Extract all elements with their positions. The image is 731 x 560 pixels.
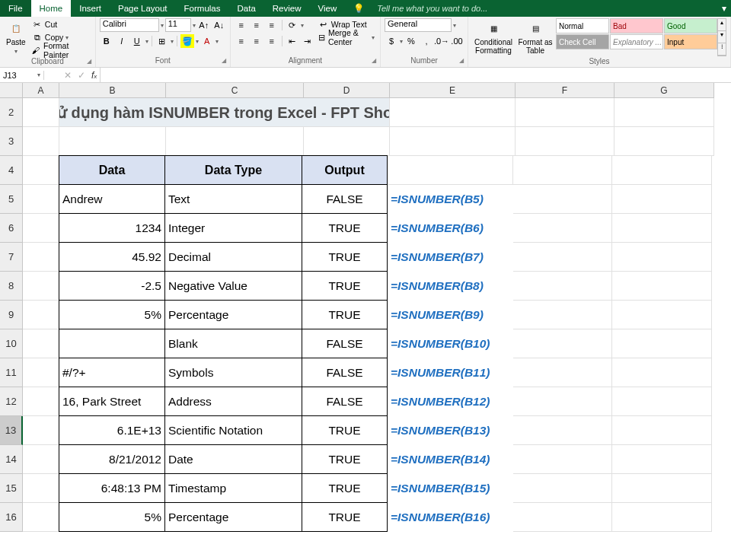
row-header-10[interactable]: 10 bbox=[0, 329, 23, 358]
cell[interactable]: 5% bbox=[59, 502, 165, 532]
row-header-2[interactable]: 2 bbox=[0, 98, 23, 127]
cell[interactable] bbox=[513, 445, 612, 474]
cell[interactable] bbox=[23, 445, 59, 474]
cell[interactable]: =ISNUMBER(B9) bbox=[388, 301, 513, 329]
cell[interactable] bbox=[612, 329, 712, 358]
cell[interactable]: TRUE bbox=[302, 502, 388, 532]
font-size-select[interactable]: 11 bbox=[165, 18, 191, 32]
cell[interactable] bbox=[23, 301, 59, 329]
cell[interactable]: Text bbox=[164, 184, 302, 214]
shrink-font-button[interactable]: A↓ bbox=[212, 18, 226, 32]
percent-button[interactable]: % bbox=[404, 34, 418, 48]
cell[interactable] bbox=[59, 329, 165, 358]
cell[interactable] bbox=[23, 127, 59, 156]
cancel-formula-icon[interactable]: ✕ bbox=[64, 70, 72, 81]
cell[interactable]: FALSE bbox=[302, 358, 388, 387]
cell[interactable]: 5% bbox=[59, 300, 165, 329]
row-header-7[interactable]: 7 bbox=[0, 243, 23, 272]
cell[interactable]: Timestamp bbox=[164, 473, 302, 503]
style-bad[interactable]: Bad bbox=[610, 18, 663, 33]
cell[interactable] bbox=[516, 127, 614, 156]
align-bottom-button[interactable]: ≡ bbox=[265, 18, 279, 32]
cell[interactable] bbox=[612, 272, 712, 301]
col-header-C[interactable]: C bbox=[166, 83, 304, 98]
cell[interactable]: TRUE bbox=[302, 415, 388, 445]
row-header-4[interactable]: 4 bbox=[0, 156, 23, 185]
cell[interactable]: Date bbox=[164, 444, 302, 474]
cell[interactable] bbox=[390, 127, 516, 156]
cell[interactable] bbox=[612, 214, 712, 243]
align-center-button[interactable]: ≡ bbox=[250, 34, 263, 48]
cell[interactable] bbox=[23, 243, 59, 272]
style-good[interactable]: Good bbox=[664, 18, 717, 33]
cell[interactable]: =ISNUMBER(B5) bbox=[388, 185, 513, 214]
cell[interactable]: =ISNUMBER(B6) bbox=[388, 214, 513, 243]
align-top-button[interactable]: ≡ bbox=[235, 18, 248, 32]
cell-styles-gallery[interactable]: Normal Bad Good Check Cell Explanatory .… bbox=[556, 18, 717, 56]
cell[interactable] bbox=[23, 185, 59, 214]
cell[interactable] bbox=[59, 127, 166, 156]
cell[interactable] bbox=[166, 127, 304, 156]
cell[interactable]: TRUE bbox=[302, 271, 388, 301]
cell[interactable] bbox=[612, 503, 712, 532]
cell[interactable] bbox=[23, 387, 59, 416]
format-as-table-button[interactable]: ▤Format as Table bbox=[517, 18, 554, 56]
styles-more-icon[interactable]: ⁞ bbox=[718, 43, 726, 56]
tab-insert[interactable]: Insert bbox=[71, 0, 110, 17]
cell[interactable]: =ISNUMBER(B13) bbox=[388, 416, 513, 445]
cell[interactable] bbox=[612, 358, 712, 387]
cell[interactable]: =ISNUMBER(B14) bbox=[388, 445, 513, 474]
cell[interactable] bbox=[23, 329, 59, 358]
bold-button[interactable]: B bbox=[100, 34, 113, 48]
tab-file[interactable]: File bbox=[0, 0, 31, 17]
styles-down-icon[interactable]: ▾ bbox=[718, 31, 726, 43]
row-header-5[interactable]: 5 bbox=[0, 185, 23, 214]
cell[interactable] bbox=[23, 156, 59, 185]
cell[interactable] bbox=[612, 156, 712, 185]
number-launcher-icon[interactable]: ◢ bbox=[459, 56, 464, 66]
underline-button[interactable]: U bbox=[130, 34, 144, 48]
font-color-button[interactable]: A bbox=[200, 34, 214, 48]
cell[interactable] bbox=[612, 445, 712, 474]
cell[interactable] bbox=[516, 98, 614, 127]
cell[interactable] bbox=[513, 387, 612, 416]
cell[interactable] bbox=[513, 474, 612, 503]
col-header-B[interactable]: B bbox=[59, 83, 166, 98]
cell[interactable] bbox=[23, 272, 59, 301]
cell[interactable] bbox=[388, 156, 513, 185]
cell[interactable]: =ISNUMBER(B12) bbox=[388, 387, 513, 416]
tab-view[interactable]: View bbox=[310, 0, 346, 17]
tell-me-input[interactable]: Tell me what you want to do... bbox=[377, 4, 487, 13]
cell[interactable]: TRUE bbox=[302, 242, 388, 272]
accept-formula-icon[interactable]: ✓ bbox=[78, 70, 85, 81]
cell[interactable]: FALSE bbox=[302, 329, 388, 358]
cell[interactable]: TRUE bbox=[302, 444, 388, 474]
currency-button[interactable]: $ bbox=[385, 34, 398, 48]
cell[interactable]: Output bbox=[302, 155, 388, 185]
cell[interactable]: TRUE bbox=[302, 300, 388, 329]
row-header-9[interactable]: 9 bbox=[0, 301, 23, 329]
cell[interactable]: =ISNUMBER(B15) bbox=[388, 474, 513, 503]
row-header-12[interactable]: 12 bbox=[0, 387, 23, 416]
cell[interactable] bbox=[612, 387, 712, 416]
cell[interactable]: =ISNUMBER(B8) bbox=[388, 272, 513, 301]
collapse-ribbon-icon[interactable]: ▾ bbox=[717, 3, 731, 14]
clipboard-launcher-icon[interactable]: ◢ bbox=[87, 56, 91, 67]
row-header-16[interactable]: 16 bbox=[0, 503, 23, 532]
cell[interactable] bbox=[614, 127, 714, 156]
cell[interactable] bbox=[612, 474, 712, 503]
cell[interactable] bbox=[513, 185, 612, 214]
cell[interactable]: 16, Park Street bbox=[59, 387, 165, 416]
tab-page-layout[interactable]: Page Layout bbox=[110, 0, 176, 17]
cells-area[interactable]: Sử dụng hàm ISNUMBER trong Excel - FPT S… bbox=[23, 98, 731, 532]
cell[interactable]: Data bbox=[59, 155, 165, 185]
cell[interactable]: =ISNUMBER(B10) bbox=[388, 329, 513, 358]
row-header-11[interactable]: 11 bbox=[0, 358, 23, 387]
col-header-D[interactable]: D bbox=[304, 83, 390, 98]
style-check-cell[interactable]: Check Cell bbox=[556, 34, 609, 49]
align-left-button[interactable]: ≡ bbox=[235, 34, 248, 48]
cell[interactable]: Negative Value bbox=[164, 271, 302, 301]
cell[interactable] bbox=[304, 127, 390, 156]
indent-decrease-button[interactable]: ⇤ bbox=[286, 34, 299, 48]
cell[interactable]: TRUE bbox=[302, 473, 388, 503]
